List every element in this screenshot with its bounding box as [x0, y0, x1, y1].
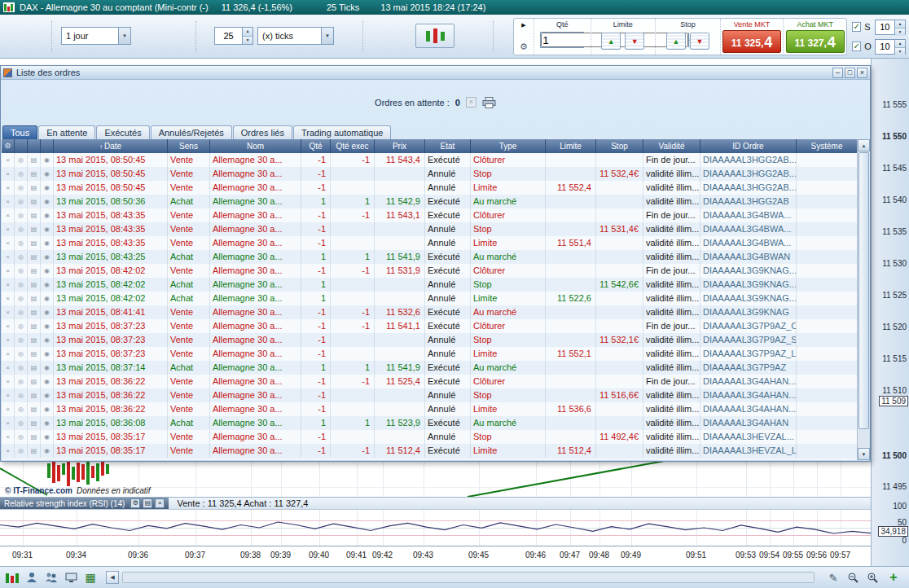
show-on-chart-icon[interactable]: ◉ — [41, 347, 54, 361]
order-details-icon[interactable]: ▤ — [28, 416, 41, 430]
modify-order-icon[interactable]: ◎ — [15, 222, 28, 236]
show-on-chart-icon[interactable]: ◉ — [41, 402, 54, 416]
cancel-order-icon[interactable]: × — [2, 236, 15, 250]
cancel-order-icon[interactable]: × — [2, 292, 15, 305]
zoom-out-icon[interactable] — [845, 570, 860, 585]
column-header-sens[interactable]: Sens — [168, 139, 210, 153]
modify-order-icon[interactable]: ◎ — [15, 153, 28, 167]
order-details-icon[interactable]: ▤ — [28, 347, 41, 361]
show-on-chart-icon[interactable]: ◉ — [41, 278, 54, 292]
order-row[interactable]: ×◎▤◉13 mai 2015, 08:36:22VenteAllemagne … — [2, 388, 858, 402]
order-details-icon[interactable]: ▤ — [28, 402, 41, 416]
modify-order-icon[interactable]: ◎ — [15, 181, 28, 195]
order-row[interactable]: ×◎▤◉13 mai 2015, 08:42:02AchatAllemagne … — [2, 278, 858, 292]
cancel-order-icon[interactable]: × — [2, 222, 15, 236]
order-row[interactable]: ×◎▤◉13 mai 2015, 08:42:02VenteAllemagne … — [2, 264, 858, 278]
price-axis[interactable]: 11 55511 55011 54511 54011 53511 53011 5… — [871, 59, 909, 566]
cancel-order-icon[interactable]: × — [2, 319, 15, 333]
order-details-icon[interactable]: ▤ — [28, 236, 41, 250]
modify-order-icon[interactable]: ◎ — [15, 167, 28, 181]
modify-order-icon[interactable]: ◎ — [15, 361, 28, 375]
modify-order-icon[interactable]: ◎ — [15, 375, 28, 388]
show-on-chart-icon[interactable]: ◉ — [41, 222, 54, 236]
spinner-up-icon[interactable]: ▲ — [895, 20, 905, 28]
order-row[interactable]: ×◎▤◉13 mai 2015, 08:43:35VenteAllemagne … — [2, 208, 858, 222]
close-icon[interactable]: × — [155, 498, 165, 508]
price-chart-strip[interactable]: © IT-Finance.comDonnées en indicatif — [0, 462, 871, 497]
order-details-icon[interactable]: ▤ — [28, 195, 41, 208]
column-header-stop[interactable]: Stop — [596, 139, 643, 153]
order-details-icon[interactable]: ▤ — [28, 181, 41, 195]
orders-window-titlebar[interactable]: Liste des ordres – □ × — [1, 66, 870, 80]
modify-order-icon[interactable]: ◎ — [15, 292, 28, 305]
close-button[interactable]: × — [857, 68, 867, 78]
cancel-order-icon[interactable]: × — [2, 278, 15, 292]
cancel-order-icon[interactable]: × — [2, 430, 15, 444]
spinner-down-icon[interactable]: ▼ — [895, 47, 905, 55]
order-details-icon[interactable]: ▤ — [28, 222, 41, 236]
o-spinner[interactable]: ▲▼ — [894, 40, 905, 54]
scrollbar-thumb[interactable] — [858, 152, 869, 429]
period-select[interactable]: 1 jour ▼ — [61, 27, 131, 45]
buy-stop-button[interactable]: ▲ — [666, 33, 686, 50]
chart-h-scrollbar[interactable] — [122, 572, 815, 583]
panel-icon[interactable]: ▤ — [143, 498, 152, 508]
maximize-button[interactable]: □ — [845, 68, 855, 78]
column-header-qte-exec[interactable]: Qté exec — [331, 139, 375, 153]
tab-en-attente[interactable]: En attente — [38, 125, 95, 139]
order-details-icon[interactable]: ▤ — [28, 250, 41, 264]
order-row[interactable]: ×◎▤◉13 mai 2015, 08:50:45VenteAllemagne … — [2, 167, 858, 181]
cancel-order-icon[interactable]: × — [2, 333, 15, 347]
o-checkbox[interactable]: ✓ — [852, 42, 861, 51]
column-header-limite[interactable]: Limite — [546, 139, 596, 153]
show-on-chart-icon[interactable]: ◉ — [41, 305, 54, 319]
modify-order-icon[interactable]: ◎ — [15, 278, 28, 292]
person-icon[interactable] — [24, 570, 39, 585]
modify-order-icon[interactable]: ◎ — [15, 319, 28, 333]
order-details-icon[interactable]: ▤ — [28, 292, 41, 305]
show-on-chart-icon[interactable]: ◉ — [41, 167, 54, 181]
order-row[interactable]: ×◎▤◉13 mai 2015, 08:36:08AchatAllemagne … — [2, 416, 858, 430]
tab-ordres-li-s[interactable]: Ordres liés — [233, 125, 292, 139]
order-row[interactable]: ×◎▤◉13 mai 2015, 08:35:17VenteAllemagne … — [2, 430, 858, 444]
modify-order-icon[interactable]: ◎ — [15, 264, 28, 278]
zoom-in-icon[interactable] — [865, 570, 880, 585]
tab-trading-automatique[interactable]: Trading automatique — [293, 125, 392, 139]
cancel-order-icon[interactable]: × — [2, 416, 15, 430]
order-details-icon[interactable]: ▤ — [28, 153, 41, 167]
cancel-order-icon[interactable]: × — [2, 444, 15, 458]
order-row[interactable]: ×◎▤◉13 mai 2015, 08:42:02AchatAllemagne … — [2, 292, 858, 305]
orders-scrollbar[interactable]: ▲ ▼ — [857, 139, 869, 460]
show-on-chart-icon[interactable]: ◉ — [41, 181, 54, 195]
show-on-chart-icon[interactable]: ◉ — [41, 195, 54, 208]
order-details-icon[interactable]: ▤ — [28, 388, 41, 402]
spinner-up-icon[interactable]: ▲ — [895, 40, 905, 47]
candlestick-chart-icon[interactable] — [5, 570, 20, 585]
column-header-type[interactable]: Type — [471, 139, 546, 153]
modify-order-icon[interactable]: ◎ — [15, 333, 28, 347]
order-row[interactable]: ×◎▤◉13 mai 2015, 08:43:25AchatAllemagne … — [2, 250, 858, 264]
cancel-order-icon[interactable]: × — [2, 388, 15, 402]
show-on-chart-icon[interactable]: ◉ — [41, 292, 54, 305]
order-details-icon[interactable]: ▤ — [28, 167, 41, 181]
show-on-chart-icon[interactable]: ◉ — [41, 361, 54, 375]
modify-order-icon[interactable]: ◎ — [15, 444, 28, 458]
show-on-chart-icon[interactable]: ◉ — [41, 333, 54, 347]
cancel-order-icon[interactable]: × — [2, 375, 15, 388]
modify-order-icon[interactable]: ◎ — [15, 388, 28, 402]
show-on-chart-icon[interactable]: ◉ — [41, 236, 54, 250]
order-details-icon[interactable]: ▤ — [28, 375, 41, 388]
cancel-order-icon[interactable]: × — [2, 195, 15, 208]
show-on-chart-icon[interactable]: ◉ — [41, 416, 54, 430]
order-details-icon[interactable]: ▤ — [28, 208, 41, 222]
cancel-order-icon[interactable]: × — [2, 153, 15, 167]
rsi-plot[interactable] — [0, 510, 871, 546]
order-row[interactable]: ×◎▤◉13 mai 2015, 08:36:22VenteAllemagne … — [2, 375, 858, 388]
show-on-chart-icon[interactable]: ◉ — [41, 319, 54, 333]
sell-limit-button[interactable]: ▼ — [625, 33, 644, 50]
monitor-icon[interactable] — [64, 570, 78, 585]
scroll-left-button[interactable]: ◀ — [106, 571, 119, 584]
order-row[interactable]: ×◎▤◉13 mai 2015, 08:37:23VenteAllemagne … — [2, 347, 858, 361]
modify-order-icon[interactable]: ◎ — [15, 347, 28, 361]
cancel-order-icon[interactable]: × — [2, 402, 15, 416]
